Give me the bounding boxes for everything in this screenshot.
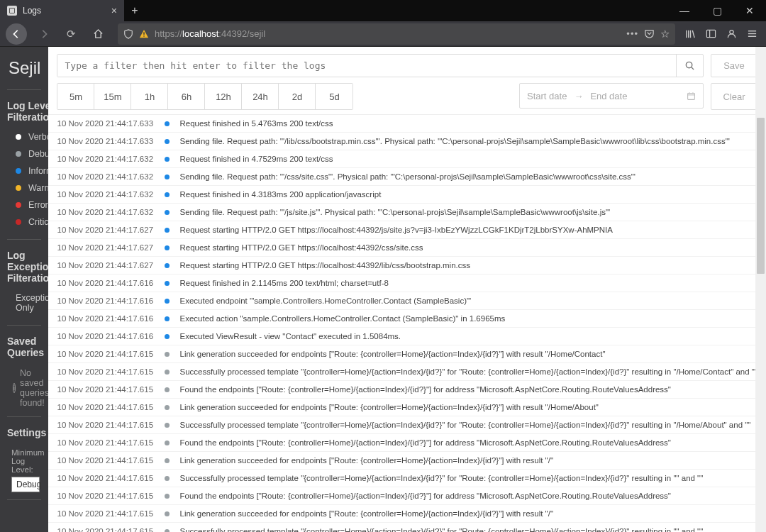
bookmark-star-icon[interactable]: ☆ <box>660 28 670 40</box>
window-minimize-button[interactable]: — <box>668 0 701 21</box>
range-button-6h[interactable]: 6h <box>168 84 205 109</box>
log-row[interactable]: 10 Nov 2020 21:44:17.615Link generation … <box>48 452 766 470</box>
log-row[interactable]: 10 Nov 2020 21:44:17.627Request starting… <box>48 257 766 275</box>
new-tab-button[interactable]: + <box>124 0 145 21</box>
log-row[interactable]: 10 Nov 2020 21:44:17.615Link generation … <box>48 399 766 416</box>
exceptions-section-header: Log Exceptions Filteration ◂ <box>0 244 48 289</box>
scrollbar[interactable] <box>755 47 766 532</box>
pocket-icon[interactable] <box>644 28 655 39</box>
log-row[interactable]: 10 Nov 2020 21:44:17.615Link generation … <box>48 505 766 523</box>
arrow-right-icon: → <box>574 91 583 101</box>
log-row[interactable]: 10 Nov 2020 21:44:17.627Request starting… <box>48 239 766 257</box>
range-button-5m[interactable]: 5m <box>57 84 94 109</box>
url-text: https://localhost:44392/sejil <box>155 28 621 39</box>
log-message: Found the endpoints ["Route: {controller… <box>179 438 757 447</box>
range-button-1h[interactable]: 1h <box>131 84 168 109</box>
start-date-placeholder: Start date <box>527 91 567 101</box>
level-label: Critical <box>28 217 48 227</box>
tracking-protection-icon[interactable] <box>123 29 133 39</box>
log-row[interactable]: 10 Nov 2020 21:44:17.632Request finished… <box>48 150 766 168</box>
log-timestamp: 10 Nov 2020 21:44:17.615 <box>57 403 155 411</box>
nav-back-button[interactable] <box>6 23 27 45</box>
level-dot-icon <box>16 202 21 208</box>
log-message: Link generation succeeded for endpoints … <box>179 509 757 518</box>
url-more-icon[interactable]: ••• <box>626 28 638 39</box>
log-row[interactable]: 10 Nov 2020 21:44:17.616Executed ViewRes… <box>48 328 766 345</box>
log-row[interactable]: 10 Nov 2020 21:44:17.615Successfully pro… <box>48 470 766 487</box>
divider <box>7 89 41 90</box>
menu-icon[interactable] <box>747 28 757 39</box>
log-message: Link generation succeeded for endpoints … <box>179 456 757 465</box>
scrollbar-thumb[interactable] <box>757 118 765 274</box>
level-item-critical[interactable]: Critical <box>0 214 48 231</box>
url-bar[interactable]: https://localhost:44392/sejil ••• ☆ <box>118 23 675 45</box>
level-label: Warning <box>28 183 48 193</box>
range-button-5d[interactable]: 5d <box>316 84 353 109</box>
log-row[interactable]: 10 Nov 2020 21:44:17.616Request finished… <box>48 275 766 292</box>
log-row[interactable]: 10 Nov 2020 21:44:17.615Successfully pro… <box>48 416 766 434</box>
sidebar-toggle-icon[interactable] <box>706 28 716 39</box>
log-row[interactable]: 10 Nov 2020 21:44:17.615Found the endpoi… <box>48 381 766 399</box>
level-item-error[interactable]: Error <box>0 196 48 214</box>
saved-queries-header: Saved Queries <box>0 330 48 364</box>
log-row[interactable]: 10 Nov 2020 21:44:17.627Request starting… <box>48 221 766 239</box>
log-level-dot-icon <box>165 387 170 392</box>
tab-favicon <box>7 6 17 16</box>
log-timestamp: 10 Nov 2020 21:44:17.616 <box>57 279 155 287</box>
log-row[interactable]: 10 Nov 2020 21:44:17.632Sending file. Re… <box>48 168 766 186</box>
nav-forward-button[interactable] <box>34 24 54 44</box>
log-row[interactable]: 10 Nov 2020 21:44:17.615Found the endpoi… <box>48 434 766 452</box>
log-row[interactable]: 10 Nov 2020 21:44:17.616Executed action … <box>48 310 766 328</box>
no-queries-message: i No saved queries found! <box>0 364 48 412</box>
nav-reload-button[interactable]: ⟳ <box>61 24 81 44</box>
log-row[interactable]: 10 Nov 2020 21:44:17.615Found the endpoi… <box>48 487 766 505</box>
log-row[interactable]: 10 Nov 2020 21:44:17.615Successfully pro… <box>48 363 766 381</box>
min-level-label: Minimum Log Level: <box>0 444 48 477</box>
date-range-picker[interactable]: Start date → End date <box>519 83 704 109</box>
lock-warning-icon[interactable] <box>139 29 149 39</box>
level-item-verbose[interactable]: Verbose <box>0 128 48 145</box>
level-label: Debug <box>28 149 48 159</box>
filter-input[interactable] <box>57 55 676 77</box>
log-row[interactable]: 10 Nov 2020 21:44:17.615Successfully pro… <box>48 523 766 532</box>
log-list[interactable]: 10 Nov 2020 21:44:17.633Request finished… <box>48 114 766 532</box>
log-row[interactable]: 10 Nov 2020 21:44:17.615Link generation … <box>48 345 766 363</box>
range-button-15m[interactable]: 15m <box>94 84 131 109</box>
close-tab-icon[interactable]: × <box>111 5 117 16</box>
level-label: Verbose <box>28 132 48 142</box>
range-button-24h[interactable]: 24h <box>242 84 279 109</box>
search-button[interactable] <box>676 55 703 77</box>
library-icon[interactable] <box>685 28 696 39</box>
clear-button[interactable]: Clear <box>711 83 757 110</box>
log-level-dot-icon <box>165 458 170 463</box>
svg-rect-1 <box>143 35 144 36</box>
log-message: Found the endpoints ["Route: {controller… <box>179 492 757 500</box>
log-row[interactable]: 10 Nov 2020 21:44:17.616Executed endpoin… <box>48 292 766 310</box>
window-maximize-button[interactable]: ▢ <box>701 0 733 21</box>
log-timestamp: 10 Nov 2020 21:44:17.632 <box>57 155 155 163</box>
log-row[interactable]: 10 Nov 2020 21:44:17.632Request finished… <box>48 186 766 204</box>
level-item-information[interactable]: Information <box>0 162 48 179</box>
range-button-12h[interactable]: 12h <box>205 84 242 109</box>
log-message: Link generation succeeded for endpoints … <box>179 403 757 411</box>
log-level-dot-icon <box>165 476 170 481</box>
log-level-dot-icon <box>165 423 170 428</box>
log-message: Request finished in 4.7529ms 200 text/cs… <box>179 155 757 163</box>
svg-rect-2 <box>706 30 715 37</box>
window-close-button[interactable]: ✕ <box>733 0 766 21</box>
browser-tab[interactable]: Logs × <box>0 0 124 21</box>
exceptions-only-item[interactable]: Exceptions Only <box>0 289 48 316</box>
range-button-2d[interactable]: 2d <box>279 84 316 109</box>
level-label: Error <box>28 200 48 210</box>
min-level-select[interactable]: Debug <box>11 477 40 492</box>
save-button[interactable]: Save <box>711 54 757 77</box>
level-item-debug[interactable]: Debug <box>0 145 48 162</box>
log-message: Sending file. Request path: '"/css/site.… <box>179 172 757 181</box>
log-level-dot-icon <box>165 139 170 144</box>
log-row[interactable]: 10 Nov 2020 21:44:17.632Sending file. Re… <box>48 204 766 221</box>
log-row[interactable]: 10 Nov 2020 21:44:17.633Sending file. Re… <box>48 133 766 150</box>
log-row[interactable]: 10 Nov 2020 21:44:17.633Request finished… <box>48 115 766 133</box>
account-icon[interactable] <box>726 28 737 39</box>
nav-home-button[interactable] <box>88 24 108 44</box>
level-item-warning[interactable]: Warning <box>0 179 48 196</box>
